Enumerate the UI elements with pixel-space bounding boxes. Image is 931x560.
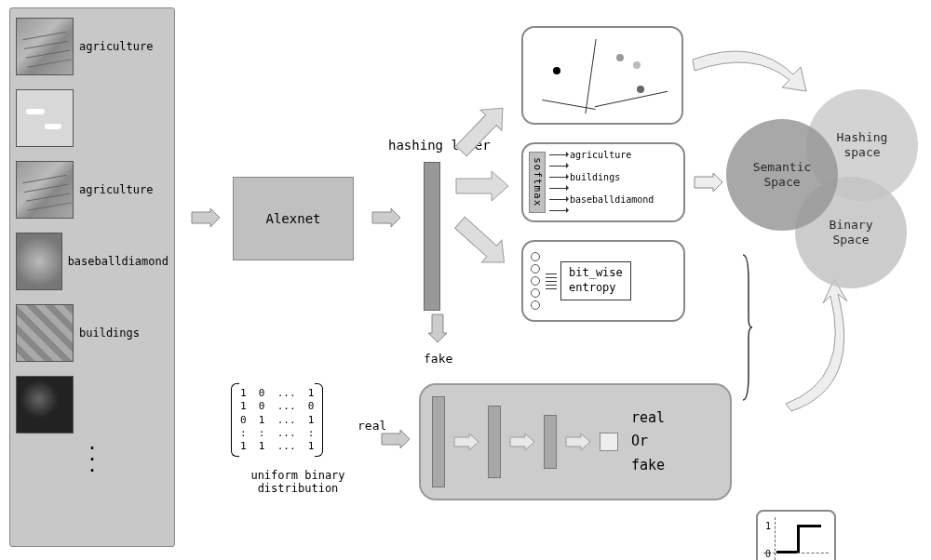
thumbnail-unknown [16,376,74,433]
fc-layer-icon [432,396,445,487]
step-zero: 0 [765,549,771,559]
arrow-diag-up-icon [445,94,517,167]
arrow-right-icon [693,173,722,192]
discriminator-output-text: real Or fake [631,407,665,478]
input-image-panel: agriculture agriculture baseballdiamond … [9,7,175,547]
input-row-4: buildings [16,304,169,362]
ellipsis-vertical-icon: ··· [16,442,169,475]
arrow-right-icon [371,208,400,227]
discriminator-box: real Or fake [419,383,732,500]
arrow-down-icon [428,313,447,342]
matrix-row: : : ... : [240,427,314,440]
matrix-row: 1 1 ... 1 [240,440,314,453]
input-label: buildings [79,327,140,340]
softmax-box: softmax agriculture buildings baseballdi… [521,142,685,222]
fc-layer-icon [488,406,501,478]
thumbnail-agriculture [16,18,74,75]
bit-nodes-icon [531,252,540,310]
bitwise-label-box: bit_wise entropy [560,261,631,300]
arrow-curve-up-icon [773,275,884,415]
alexnet-block: Alexnet [233,177,354,260]
thumbnail-buildings [16,304,74,362]
venn-semantic-space: Semantic Space [726,119,838,231]
input-row-2: agriculture [16,161,169,219]
alexnet-label: Alexnet [265,211,320,226]
arrow-right-icon [452,167,510,205]
bitwise-label-2: entropy [569,281,616,294]
scatter-point-icon [616,54,624,61]
input-label: agriculture [79,183,153,196]
bit-lines-icon [546,273,557,289]
binary-matrix: 1 0 ... 1 1 0 ... 0 0 1 ... 1 : : ... : … [231,383,323,457]
thumbnail-agriculture [16,161,74,219]
step-one: 1 [765,521,771,531]
triplet-scatter-box [521,26,683,125]
bitwise-label-1: bit_wise [569,266,623,279]
fake-label: fake [424,352,452,366]
bitwise-entropy-box: bit_wise entropy [521,240,685,322]
scatter-point-icon [637,86,644,93]
arrow-diag-down-icon [445,207,519,278]
input-label: agriculture [79,40,153,53]
brace-icon [741,253,752,402]
output-node-icon [600,433,618,451]
softmax-class: agriculture [570,150,631,160]
thumbnail-airplane [16,89,74,147]
softmax-class: buildings [570,172,620,182]
arrow-right-icon [564,433,592,451]
arrow-right-icon [380,430,410,448]
scatter-point-icon [633,61,641,69]
arrow-right-icon [508,433,536,451]
softmax-class: baseballdiamond [570,194,654,205]
softmax-bar: softmax [529,152,546,213]
venn-diagram: Hashing space Binary Space Semantic Spac… [726,71,922,266]
input-row-0: agriculture [16,18,169,75]
uniform-binary-label: uniform binary distribution [242,469,354,495]
softmax-outputs: agriculture buildings baseballdiamond [549,151,654,215]
input-label: baseballdiamond [68,255,169,268]
input-row-5 [16,376,169,433]
arrow-right-icon [190,208,220,227]
scatter-point-icon [553,67,560,74]
input-row-3: baseballdiamond [16,233,169,290]
arrow-right-icon [452,433,480,451]
fc-layer-icon [544,415,557,469]
thumbnail-baseballdiamond [16,233,62,290]
step-function-box: 0 1 [756,510,836,560]
matrix-row: 0 1 ... 1 [240,414,314,427]
matrix-row: 1 0 ... 1 [240,387,314,400]
input-row-1 [16,89,169,147]
hashing-layer-bar [424,162,440,311]
matrix-row: 1 0 ... 0 [240,400,314,413]
